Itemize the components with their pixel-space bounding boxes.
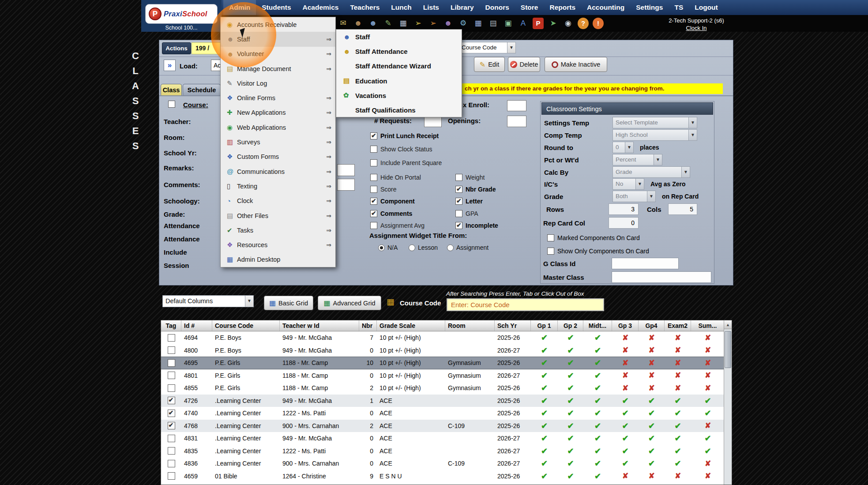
grid-header-course-code[interactable]: Course Code: [212, 320, 280, 331]
option-weight[interactable]: ✔Weight: [455, 174, 485, 181]
pdf-icon[interactable]: P: [533, 18, 544, 29]
checkbox-show-only-components-on-card[interactable]: ✔: [547, 248, 554, 255]
grid-header-grade-scale[interactable]: Grade Scale: [377, 320, 445, 331]
classroom-select-pct-or-wt-d[interactable]: Percent▼: [612, 154, 662, 165]
radio-button[interactable]: [447, 244, 454, 251]
radio-button[interactable]: [409, 244, 415, 251]
nav-item-academics[interactable]: Academics: [297, 0, 345, 15]
menu-item-visitor-log[interactable]: ✎Visitor Log: [221, 76, 335, 90]
option-marked-components-on-card[interactable]: ✔Marked Components On Card: [547, 234, 640, 241]
nav-item-admin[interactable]: Admin: [223, 0, 256, 15]
checkbox-weight[interactable]: ✔: [455, 174, 462, 181]
submenu-item-staff-attendance[interactable]: ☻Staff Attendance: [336, 44, 462, 59]
checkbox-show-clock-status[interactable]: ✔: [370, 146, 377, 153]
tag-cell[interactable]: ✔: [161, 472, 181, 480]
menu-item-clock[interactable]: ◔Clock⇒: [221, 194, 335, 208]
checkbox-hide-on-portal[interactable]: ✔: [370, 174, 377, 181]
columns-dropdown[interactable]: Default Columns ▼: [162, 295, 254, 307]
grid-header-midt[interactable]: Midt...: [583, 320, 612, 331]
nav-item-donors[interactable]: Donors: [480, 0, 515, 15]
grid-header-tag[interactable]: Tag: [161, 320, 181, 331]
course-code-dropdown[interactable]: Course Code ▼: [458, 42, 516, 53]
classroom-select-settings-temp[interactable]: Select Template▼: [612, 117, 697, 128]
delete-button[interactable]: Delete: [508, 57, 540, 72]
grid-header-teacher-w-id[interactable]: Teacher w Id: [280, 320, 359, 331]
comments-input[interactable]: [337, 179, 355, 191]
tag-checkbox-4726[interactable]: ✔: [168, 397, 175, 404]
menu-item-texting[interactable]: ▯Texting⇒: [221, 179, 335, 193]
menu-item-admin-desktop[interactable]: ▦Admin Desktop: [221, 252, 335, 267]
rows-input[interactable]: 3: [609, 203, 639, 215]
tag-cell[interactable]: ✔: [161, 435, 181, 442]
menu-item-communications[interactable]: @Communications⇒: [221, 164, 335, 179]
option-gpa[interactable]: ✔GPA: [455, 210, 478, 217]
send-mail-icon[interactable]: ➢: [413, 18, 424, 29]
option-comments[interactable]: ✔Comments: [370, 210, 412, 217]
nav-item-library[interactable]: Library: [445, 0, 480, 15]
classroom-select-i-c-s[interactable]: No▼: [612, 178, 644, 190]
classroom-select-round-to[interactable]: 0▼: [612, 142, 634, 153]
tag-cell[interactable]: ✔: [161, 460, 181, 467]
disc-icon[interactable]: ◉: [563, 18, 574, 29]
calculator-icon[interactable]: ▦: [398, 18, 409, 29]
print-icon[interactable]: ▣: [503, 18, 514, 29]
submenu-item-staff-attendance-wizard[interactable]: Staff Attendance Wizard: [336, 59, 462, 73]
scrollbar-thumb[interactable]: [725, 331, 731, 368]
submenu-item-staff-qualifications[interactable]: Staff Qualifications: [336, 103, 462, 117]
grid-row-4726[interactable]: ✔4726.Learning Center949 - Mr. McGaha1AC…: [161, 395, 732, 407]
checkbox-print-lunch-receipt[interactable]: ✔: [370, 132, 377, 139]
option-include-parent-square[interactable]: ✔Include Parent Square: [370, 159, 442, 166]
staff-person-icon[interactable]: ☻: [353, 18, 364, 29]
notes-icon[interactable]: ✎: [383, 18, 394, 29]
tag-cell[interactable]: ✔: [161, 346, 181, 354]
grid-header-gp4[interactable]: Gp4: [639, 320, 665, 331]
clock-in-link[interactable]: Clock In: [658, 25, 734, 31]
grid-row-4855[interactable]: ✔4855P.E. Girls1188 - Mr. Camp210 pt +/-…: [161, 382, 732, 395]
grid-header-sum[interactable]: Sum...: [691, 320, 725, 331]
nav-item-students[interactable]: Students: [256, 0, 297, 15]
tag-checkbox-4801[interactable]: ✔: [168, 372, 175, 379]
tag-checkbox-4800[interactable]: ✔: [168, 346, 175, 354]
make-inactive-button[interactable]: Make Inactive: [545, 57, 607, 72]
tag-cell[interactable]: ✔: [161, 372, 181, 379]
grid-header-gp-2[interactable]: Gp 2: [558, 320, 583, 331]
submenu-item-staff[interactable]: ☻Staff: [336, 30, 462, 44]
radio-option-lesson[interactable]: Lesson: [409, 244, 438, 251]
tag-cell[interactable]: ✔: [161, 397, 181, 404]
basic-grid-button[interactable]: ▦ Basic Grid: [264, 296, 313, 310]
option-assignment-avg[interactable]: ✔Assignment Avg: [370, 222, 425, 229]
tag-cell[interactable]: ✔: [161, 384, 181, 392]
tag-checkbox-4836[interactable]: ✔: [168, 460, 175, 467]
grid-row-4659[interactable]: ✔465901 Bible1264 - Christine9E S N U202…: [161, 470, 732, 483]
grid-row-4695[interactable]: ✔4695P.E. Girls1188 - Mr. Camp1010 pt +/…: [161, 357, 732, 369]
tag-cell[interactable]: ✔: [161, 410, 181, 417]
checkbox-incomplete[interactable]: ✔: [455, 222, 462, 229]
menu-item-manage-document[interactable]: ▤Manage Document⇒: [221, 61, 335, 76]
nav-item-lists[interactable]: Lists: [417, 0, 445, 15]
grid-header-exam2[interactable]: Exam2: [665, 320, 691, 331]
app-logo[interactable]: P PraxiSchool: [145, 4, 218, 24]
tag-cell[interactable]: ✔: [161, 359, 181, 367]
grid-row-4835[interactable]: ✔4835.Learning Center1222 - Ms. Patti0AC…: [161, 445, 732, 458]
submenu-item-education[interactable]: ▤Education: [336, 74, 462, 88]
radio-option-assignment[interactable]: Assignment: [447, 244, 488, 251]
nav-item-reports[interactable]: Reports: [544, 0, 581, 15]
menu-item-accounts-receivable[interactable]: ◉Accounts Receivable: [221, 17, 335, 32]
g-class-id-input[interactable]: [612, 258, 679, 269]
max-enroll-input[interactable]: [507, 100, 526, 111]
submenu-item-vacations[interactable]: ✿Vacations: [336, 88, 462, 103]
tag-checkbox-4855[interactable]: ✔: [168, 384, 175, 392]
remarks-input[interactable]: [337, 164, 355, 176]
nav-item-logout[interactable]: Logout: [689, 0, 724, 15]
checkbox-letter[interactable]: ✔: [455, 198, 462, 205]
option-hide-on-portal[interactable]: ✔Hide On Portal: [370, 174, 421, 181]
grid-row-4831[interactable]: ✔4831.Learning Center949 - Mr. McGaha0AC…: [161, 432, 732, 445]
master-class-input[interactable]: [612, 271, 711, 283]
grid-row-4800[interactable]: ✔4800P.E. Boys949 - Mr. McGaha010 pt +/-…: [161, 344, 732, 357]
option-print-lunch-receipt[interactable]: ✔Print Lunch Receipt: [370, 132, 439, 139]
info-icon[interactable]: !: [593, 18, 604, 29]
option-incomplete[interactable]: ✔Incomplete: [455, 222, 498, 229]
grid-row-4694[interactable]: ✔4694P.E. Boys949 - Mr. McGaha710 pt +/-…: [161, 331, 732, 344]
grid-header-room[interactable]: Room: [445, 320, 495, 331]
nav-item-settings[interactable]: Settings: [630, 0, 669, 15]
